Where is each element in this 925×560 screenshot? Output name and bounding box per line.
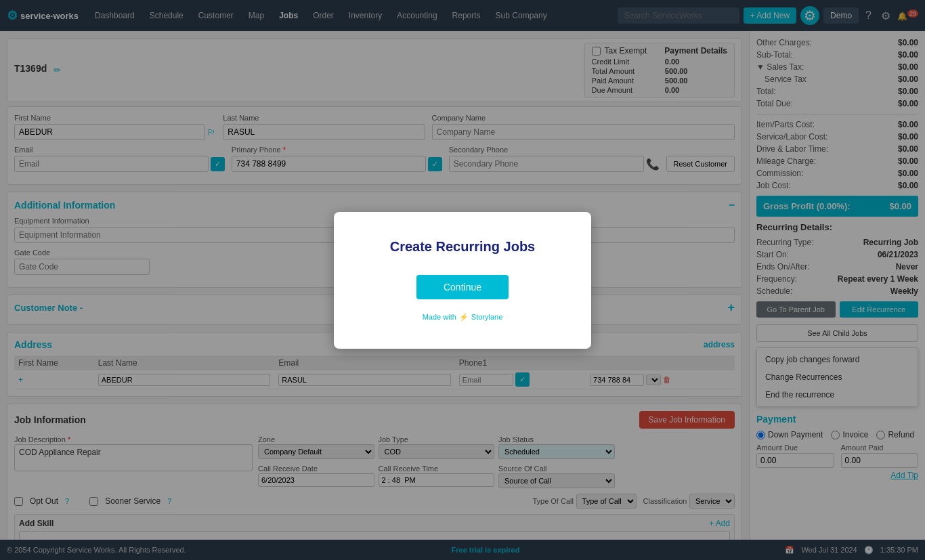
modal-title: Create Recurring Jobs	[361, 239, 564, 255]
modal-overlay: Create Recurring Jobs Continue Made with…	[0, 0, 925, 560]
modal-footer-brand: Storylane	[471, 313, 502, 321]
modal-footer-text: Made with	[423, 313, 456, 321]
modal-continue-button[interactable]: Continue	[416, 275, 509, 299]
modal-box: Create Recurring Jobs Continue Made with…	[334, 212, 591, 349]
modal-footer-icon: ⚡	[459, 313, 469, 322]
modal-footer: Made with ⚡ Storylane	[361, 313, 564, 322]
